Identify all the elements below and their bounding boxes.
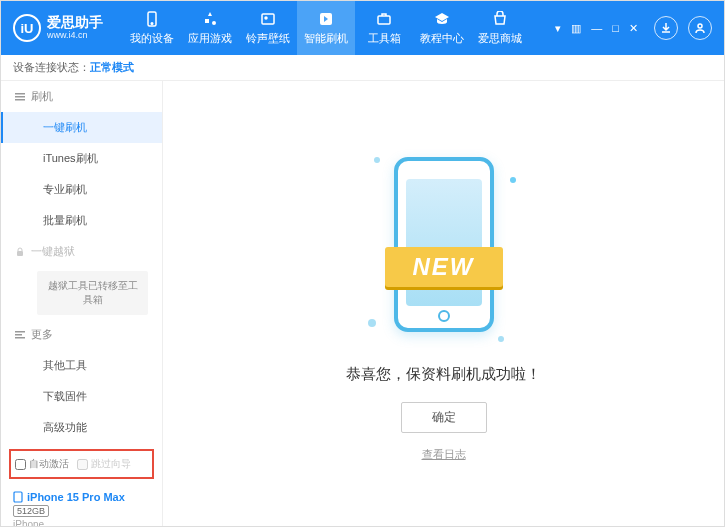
logo-icon: iU bbox=[13, 14, 41, 42]
svg-rect-12 bbox=[15, 334, 22, 336]
skip-wizard-checkbox[interactable]: 跳过向导 bbox=[77, 457, 131, 471]
apps-icon bbox=[201, 10, 219, 28]
sidebar-item-itunes-flash[interactable]: iTunes刷机 bbox=[1, 143, 162, 174]
sidebar-section-flash[interactable]: 刷机 bbox=[1, 81, 162, 112]
nav-tutorials[interactable]: 教程中心 bbox=[413, 1, 471, 55]
menu-icon[interactable]: ▾ bbox=[553, 20, 563, 37]
nav-label: 智能刷机 bbox=[304, 31, 348, 46]
svg-point-1 bbox=[151, 23, 153, 25]
lock-icon bbox=[15, 247, 25, 257]
svg-rect-7 bbox=[15, 93, 25, 95]
window-controls: ▾ ▥ — □ ✕ bbox=[553, 20, 640, 37]
nav-shop[interactable]: 爱思商城 bbox=[471, 1, 529, 55]
nav-label: 应用游戏 bbox=[188, 31, 232, 46]
sidebar-item-batch-flash[interactable]: 批量刷机 bbox=[1, 205, 162, 236]
status-mode: 正常模式 bbox=[90, 60, 134, 75]
maximize-icon[interactable]: □ bbox=[610, 20, 621, 37]
nav-label: 工具箱 bbox=[368, 31, 401, 46]
toolbox-icon bbox=[375, 10, 393, 28]
new-ribbon: NEW bbox=[385, 247, 503, 287]
svg-rect-14 bbox=[14, 492, 22, 502]
nav-label: 我的设备 bbox=[130, 31, 174, 46]
activation-options: 自动激活 跳过向导 bbox=[9, 449, 154, 479]
svg-rect-5 bbox=[378, 16, 390, 24]
nav-flash[interactable]: 智能刷机 bbox=[297, 1, 355, 55]
app-header: iU 爱思助手 www.i4.cn 我的设备 应用游戏 铃声壁纸 智能刷机 工具… bbox=[1, 1, 724, 55]
auto-activate-checkbox[interactable]: 自动激活 bbox=[15, 457, 69, 471]
sidebar-item-advanced[interactable]: 高级功能 bbox=[1, 412, 162, 443]
download-button[interactable] bbox=[654, 16, 678, 40]
nav-apps[interactable]: 应用游戏 bbox=[181, 1, 239, 55]
svg-rect-13 bbox=[15, 337, 25, 339]
status-bar: 设备连接状态： 正常模式 bbox=[1, 55, 724, 81]
svg-rect-2 bbox=[262, 14, 274, 24]
user-button[interactable] bbox=[688, 16, 712, 40]
more-icon bbox=[15, 330, 25, 340]
nav-my-device[interactable]: 我的设备 bbox=[123, 1, 181, 55]
svg-rect-10 bbox=[17, 251, 23, 256]
nav-toolbox[interactable]: 工具箱 bbox=[355, 1, 413, 55]
close-icon[interactable]: ✕ bbox=[627, 20, 640, 37]
nav-label: 教程中心 bbox=[420, 31, 464, 46]
nav-ringtones[interactable]: 铃声壁纸 bbox=[239, 1, 297, 55]
phone-icon bbox=[143, 10, 161, 28]
sidebar: 刷机 一键刷机 iTunes刷机 专业刷机 批量刷机 一键越狱 越狱工具已转移至… bbox=[1, 81, 163, 527]
device-type: iPhone bbox=[13, 519, 150, 527]
device-name: iPhone 15 Pro Max bbox=[27, 491, 125, 503]
ok-button[interactable]: 确定 bbox=[401, 402, 487, 433]
sidebar-item-download-firmware[interactable]: 下载固件 bbox=[1, 381, 162, 412]
svg-rect-9 bbox=[15, 99, 25, 101]
main-content: NEW 恭喜您，保资料刷机成功啦！ 确定 查看日志 bbox=[163, 81, 724, 527]
logo[interactable]: iU 爱思助手 www.i4.cn bbox=[13, 14, 103, 42]
main-nav: 我的设备 应用游戏 铃声壁纸 智能刷机 工具箱 教程中心 爱思商城 bbox=[123, 1, 553, 55]
view-log-link[interactable]: 查看日志 bbox=[422, 447, 466, 462]
nav-label: 爱思商城 bbox=[478, 31, 522, 46]
device-storage: 512GB bbox=[13, 505, 49, 517]
shop-icon bbox=[491, 10, 509, 28]
logo-url: www.i4.cn bbox=[47, 31, 103, 41]
sidebar-section-more[interactable]: 更多 bbox=[1, 319, 162, 350]
sidebar-item-pro-flash[interactable]: 专业刷机 bbox=[1, 174, 162, 205]
logo-title: 爱思助手 bbox=[47, 15, 103, 30]
device-info[interactable]: iPhone 15 Pro Max 512GB iPhone bbox=[1, 485, 162, 527]
list-icon bbox=[15, 92, 25, 102]
jailbreak-moved-note[interactable]: 越狱工具已转移至工具箱 bbox=[37, 271, 148, 315]
image-icon bbox=[259, 10, 277, 28]
svg-point-3 bbox=[265, 17, 267, 19]
sidebar-item-onekey-flash[interactable]: 一键刷机 bbox=[1, 112, 162, 143]
status-label: 设备连接状态： bbox=[13, 60, 90, 75]
sidebar-section-jailbreak: 一键越狱 bbox=[1, 236, 162, 267]
device-phone-icon bbox=[13, 491, 23, 503]
svg-rect-11 bbox=[15, 331, 25, 333]
success-message: 恭喜您，保资料刷机成功啦！ bbox=[346, 365, 541, 384]
svg-point-6 bbox=[698, 24, 702, 28]
minimize-icon[interactable]: — bbox=[589, 20, 604, 37]
skin-icon[interactable]: ▥ bbox=[569, 20, 583, 37]
sidebar-item-other-tools[interactable]: 其他工具 bbox=[1, 350, 162, 381]
svg-rect-8 bbox=[15, 96, 25, 98]
success-illustration: NEW bbox=[364, 147, 524, 347]
flash-icon bbox=[317, 10, 335, 28]
graduation-icon bbox=[433, 10, 451, 28]
nav-label: 铃声壁纸 bbox=[246, 31, 290, 46]
